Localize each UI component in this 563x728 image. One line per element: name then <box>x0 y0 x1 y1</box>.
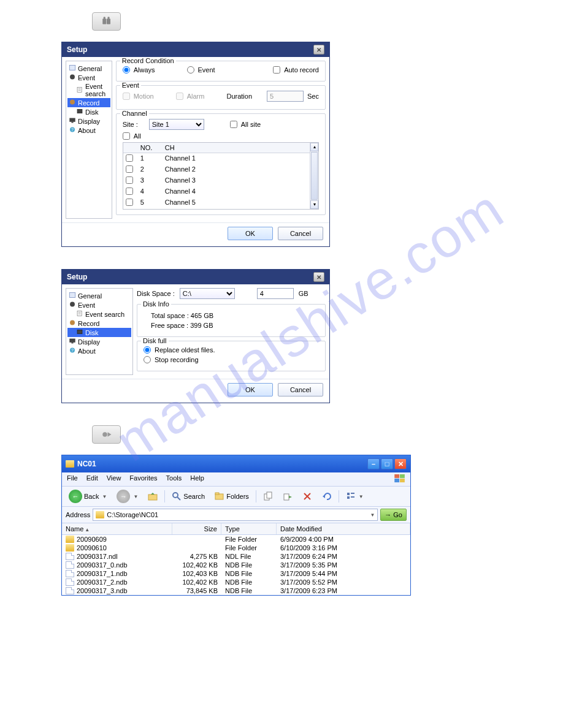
stop-radio[interactable] <box>144 356 151 363</box>
row-check[interactable] <box>126 154 133 162</box>
menu-favorites[interactable]: Favorites <box>129 474 157 484</box>
all-site-check[interactable] <box>230 121 237 128</box>
close-button[interactable]: ✕ <box>394 458 407 469</box>
file-row[interactable]: 20090317_3.ndb73,845 KBNDB File3/17/2009… <box>62 586 410 595</box>
close-button[interactable]: ✕ <box>313 272 324 282</box>
always-label: Always <box>134 66 155 74</box>
ok-button[interactable]: OK <box>228 383 273 396</box>
undo-button[interactable] <box>319 490 335 502</box>
table-row[interactable]: 1Channel 1 <box>123 153 310 164</box>
back-button[interactable]: ← Back ▼ <box>66 488 110 504</box>
tree-item-disk[interactable]: Disk <box>67 328 131 337</box>
row-check[interactable] <box>126 199 133 206</box>
address-input[interactable]: C:\Storage\NC01 ▼ <box>93 509 378 521</box>
up-button[interactable] <box>145 490 161 502</box>
col-type[interactable]: Type <box>221 523 277 534</box>
copy-to-button[interactable] <box>260 490 276 502</box>
tree-item-display[interactable]: Display <box>67 337 131 346</box>
tree-item-event-search[interactable]: Event search <box>67 82 110 98</box>
dialog-titlebar[interactable]: Setup ✕ <box>62 270 329 284</box>
disk-space-label: Disk Space : <box>137 290 175 297</box>
views-button[interactable]: ▼ <box>343 490 367 502</box>
dialog-title: Setup <box>67 45 87 54</box>
col-no-header[interactable]: NO. <box>138 143 163 153</box>
menu-edit[interactable]: Edit <box>86 474 98 484</box>
forward-button[interactable]: → ▼ <box>113 488 141 504</box>
always-radio[interactable] <box>123 66 130 74</box>
table-row[interactable]: 5Channel 5 <box>123 197 310 208</box>
scroll-thumb[interactable] <box>311 152 318 200</box>
menu-file[interactable]: File <box>67 474 78 484</box>
svg-text:?: ? <box>71 348 74 352</box>
close-button[interactable]: ✕ <box>313 45 324 55</box>
window-titlebar[interactable]: NC01 – □ ✕ <box>62 455 410 472</box>
col-date[interactable]: Date Modified <box>277 523 410 534</box>
col-name[interactable]: Name▲ <box>62 523 172 534</box>
disk-icon <box>76 108 83 116</box>
tree-item-about[interactable]: ?About <box>67 346 131 355</box>
file-date: 6/10/2009 3:16 PM <box>277 544 410 552</box>
col-ch-header[interactable]: CH <box>163 143 310 153</box>
tree-item-record[interactable]: Record <box>67 98 110 107</box>
row-check[interactable] <box>126 176 133 184</box>
auto-record-check[interactable] <box>273 66 280 74</box>
cancel-button[interactable]: Cancel <box>278 227 323 240</box>
row-check[interactable] <box>126 188 133 195</box>
file-row[interactable]: 20090317_2.ndb102,402 KBNDB File3/17/200… <box>62 578 410 586</box>
table-row[interactable]: 4Channel 4 <box>123 186 310 197</box>
cancel-button[interactable]: Cancel <box>278 383 323 396</box>
row-no: 1 <box>138 153 163 164</box>
tree-item-event-search[interactable]: Event search <box>67 309 131 319</box>
maximize-button[interactable]: □ <box>381 458 393 469</box>
svg-rect-2 <box>103 17 105 20</box>
menu-help[interactable]: Help <box>190 474 204 484</box>
scroll-up-button[interactable]: ▴ <box>310 143 318 151</box>
menu-tools[interactable]: Tools <box>166 474 182 484</box>
search-button[interactable]: Search <box>169 490 208 502</box>
event-radio[interactable] <box>187 66 194 74</box>
svg-rect-23 <box>71 343 73 344</box>
drive-select[interactable]: C:\ <box>180 288 235 299</box>
file-row[interactable]: 20090610File Folder6/10/2009 3:16 PM <box>62 544 410 552</box>
file-row[interactable]: 20090317_1.ndb102,403 KBNDB File3/17/200… <box>62 569 410 578</box>
file-row[interactable]: 20090317.ndl4,275 KBNDL File3/17/2009 6:… <box>62 552 410 561</box>
file-icon <box>66 561 74 569</box>
tree-item-label: Display <box>78 338 100 346</box>
tree-item-general[interactable]: General <box>67 64 110 73</box>
menu-view[interactable]: View <box>107 474 121 484</box>
file-row[interactable]: 20090609File Folder6/9/2009 4:00 PM <box>62 535 410 544</box>
scroll-down-button[interactable]: ▾ <box>310 200 318 209</box>
record-icon-button[interactable] <box>92 425 121 444</box>
move-to-button[interactable] <box>280 490 296 502</box>
ok-button[interactable]: OK <box>228 227 273 240</box>
scrollbar[interactable]: ▴ ▾ <box>310 143 318 209</box>
all-check[interactable] <box>123 132 130 140</box>
folders-button[interactable]: Folders <box>212 490 252 502</box>
table-row[interactable]: 2Channel 2 <box>123 164 310 175</box>
tree-item-disk[interactable]: Disk <box>67 107 110 116</box>
dialog-titlebar[interactable]: Setup ✕ <box>62 42 329 57</box>
col-size[interactable]: Size <box>172 523 221 534</box>
move-icon <box>283 491 293 501</box>
tree-item-general[interactable]: General <box>67 291 131 300</box>
setup-dialog-disk: Setup ✕ GeneralEventEvent searchRecordDi… <box>61 269 330 403</box>
minimize-button[interactable]: – <box>367 458 380 469</box>
tree-item-event[interactable]: Event <box>67 300 131 309</box>
tree-item-event[interactable]: Event <box>67 73 110 82</box>
tree-item-about[interactable]: ?About <box>67 126 110 135</box>
tree-item-display[interactable]: Display <box>67 116 110 126</box>
table-row[interactable]: 3Channel 3 <box>123 175 310 186</box>
replace-radio[interactable] <box>144 346 151 354</box>
delete-button[interactable] <box>299 490 315 502</box>
site-select[interactable]: Site 1 <box>149 119 204 130</box>
file-row[interactable]: 20090317_0.ndb102,402 KBNDB File3/17/200… <box>62 561 410 569</box>
table-row[interactable]: 6Channel 6 <box>123 208 310 210</box>
tree-item-record[interactable]: Record <box>67 319 131 328</box>
chevron-down-icon[interactable]: ▼ <box>370 512 375 518</box>
go-button[interactable]: → Go <box>380 509 407 521</box>
row-check[interactable] <box>126 165 133 173</box>
disk-space-input[interactable] <box>257 288 294 299</box>
folders-icon <box>215 491 224 501</box>
alarm-check <box>176 93 183 100</box>
setup-icon-button[interactable] <box>92 12 121 31</box>
